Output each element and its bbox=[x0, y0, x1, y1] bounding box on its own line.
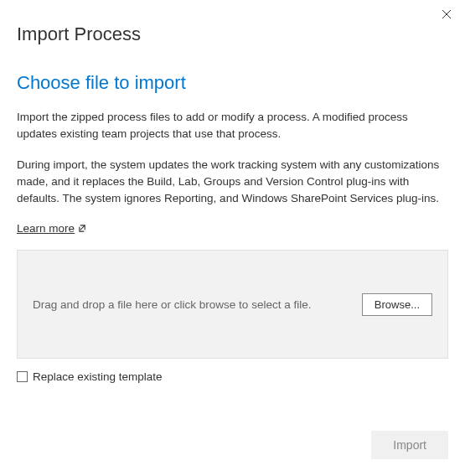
replace-template-checkbox[interactable] bbox=[17, 371, 28, 382]
dialog-title: Import Process bbox=[17, 23, 448, 45]
drop-zone-text: Drag and drop a file here or click brows… bbox=[33, 298, 311, 311]
external-link-icon bbox=[78, 224, 87, 233]
close-icon bbox=[442, 8, 452, 23]
description-text-1: Import the zipped process files to add o… bbox=[17, 109, 448, 143]
learn-more-link[interactable]: Learn more bbox=[17, 222, 87, 235]
dialog-footer: Import bbox=[371, 431, 448, 459]
close-button[interactable] bbox=[438, 7, 455, 23]
file-drop-zone[interactable]: Drag and drop a file here or click brows… bbox=[17, 250, 448, 359]
replace-template-option: Replace existing template bbox=[17, 370, 448, 383]
replace-template-label: Replace existing template bbox=[33, 370, 163, 383]
section-subtitle: Choose file to import bbox=[17, 72, 448, 94]
import-button[interactable]: Import bbox=[371, 431, 448, 459]
description-text-2: During import, the system updates the wo… bbox=[17, 157, 448, 208]
browse-button[interactable]: Browse... bbox=[362, 293, 432, 316]
learn-more-label: Learn more bbox=[17, 222, 75, 235]
